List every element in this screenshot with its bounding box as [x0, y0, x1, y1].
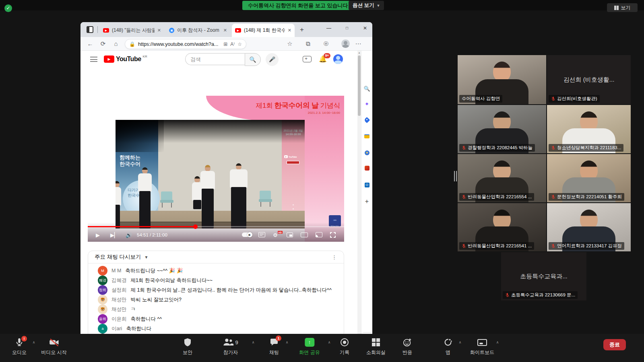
record-icon: [341, 338, 349, 346]
new-tab-button[interactable]: +: [300, 26, 304, 34]
browser-menu-icon[interactable]: ⋯: [354, 40, 362, 48]
voice-search-icon[interactable]: 🎤: [266, 53, 279, 66]
window-maximize-button[interactable]: □: [340, 22, 354, 34]
audio-button[interactable]: ! 오디오: [12, 337, 27, 356]
share-chevron-icon[interactable]: ∧: [328, 340, 331, 344]
scrollbar-thumb[interactable]: [358, 56, 361, 116]
browser-tab-2[interactable]: ▣ 이후 참석자 - Zoom ✕: [166, 24, 230, 37]
read-aloud-icon[interactable]: A⁾: [230, 41, 235, 47]
participant-tile[interactable]: 반려동물산업학과 22216554 ...: [458, 154, 546, 202]
favorite-star-icon[interactable]: ☆: [237, 41, 242, 47]
video-player[interactable]: 제1회 한국수어의 날 기념식 2021.2.3. 14:00~16:00 함께…: [88, 96, 344, 242]
muted-mic-icon: [551, 97, 555, 101]
sidebar-search-icon[interactable]: 🔍: [363, 85, 371, 93]
sidebar-add-icon[interactable]: +: [363, 198, 371, 205]
sidebar-shopping-icon[interactable]: [363, 116, 371, 123]
end-meeting-button[interactable]: 종료: [603, 339, 626, 350]
participants-chevron-icon[interactable]: ∧: [252, 340, 255, 344]
address-bar[interactable]: 🔒 https://www.youtube.com/watch?a... ⊞ A…: [125, 39, 246, 49]
search-button[interactable]: 🔍: [245, 53, 261, 66]
settings-gear-icon[interactable]: ⚙: [273, 232, 278, 238]
sidebar-office-icon[interactable]: [363, 165, 371, 172]
captions-icon[interactable]: [258, 232, 265, 237]
tab-close-icon[interactable]: ✕: [157, 28, 161, 33]
stage-scene: 함께하는한국수어 다가가는한국수어 2021년 2월 3일14:00-16:00…: [116, 120, 305, 228]
youtube-logo[interactable]: ▶ YouTube KR: [104, 56, 147, 63]
volume-icon[interactable]: 🔊: [126, 232, 132, 238]
browser-tab-strip: ▶ (148) "들리는 사람들 ✕ ▣ 이후 참석자 - Zoom ✕ ▶ (…: [80, 22, 372, 37]
sidebar-outlook-icon[interactable]: O: [363, 181, 371, 188]
chair: [259, 191, 272, 206]
chat-message-list[interactable]: MM M축하드립니당 ~~^^ 🎉 🎉 혜경김혜경제1회 한국수어의날 축하드립…: [88, 263, 344, 334]
split-screen-icon[interactable]: ⊞: [223, 41, 227, 47]
refresh-button[interactable]: ⟳: [99, 40, 107, 48]
share-screen-icon: ↑: [305, 338, 314, 347]
sidebar-games-icon[interactable]: ★: [363, 148, 371, 156]
window-close-button[interactable]: ✕: [358, 22, 372, 34]
whiteboard-chevron-icon[interactable]: ∧: [496, 340, 499, 344]
time-display: 54:51 / 2:11:00: [137, 232, 167, 237]
create-video-icon[interactable]: [303, 56, 312, 62]
browser-profile-avatar[interactable]: [341, 39, 350, 48]
participant-tile[interactable]: 청소년상담복지학과 2211183...: [547, 105, 631, 153]
participants-icon: [223, 338, 233, 346]
back-button[interactable]: ←: [86, 40, 94, 48]
breakout-rooms-button[interactable]: 소회의실: [366, 337, 386, 356]
apps-button[interactable]: 앱: [444, 337, 452, 356]
participant-name-label: 수어통역사 김향연: [459, 95, 502, 103]
start-video-button[interactable]: 비디오 시작: [41, 337, 66, 356]
extension-icon[interactable]: ⓔ: [322, 40, 330, 48]
chat-button[interactable]: 1 채팅: [269, 337, 279, 356]
tab-close-icon[interactable]: ✕: [223, 28, 227, 33]
next-button[interactable]: ▶▏: [110, 232, 118, 238]
fullscreen-icon[interactable]: [330, 232, 336, 238]
participant-tile[interactable]: 경찰행정학과 22082445 박하늘: [458, 105, 546, 153]
record-button[interactable]: 기록: [340, 337, 349, 356]
hamburger-menu-icon[interactable]: [90, 57, 97, 62]
avatar: 🐯: [98, 295, 107, 304]
sidebar-tools-icon[interactable]: [363, 132, 371, 140]
participant-tile-active-speaker[interactable]: 수어통역사 김향연: [458, 55, 546, 104]
chat-replay-header[interactable]: 주요 채팅 다시보기 ▼ ⋮: [88, 251, 344, 263]
theater-mode-icon[interactable]: [301, 232, 308, 237]
browser-tab-1[interactable]: ▶ (148) "들리는 사람들 ✕: [100, 24, 164, 37]
tab-close-icon[interactable]: ✕: [288, 28, 291, 33]
youtube-avatar[interactable]: [333, 54, 343, 64]
search-input[interactable]: [185, 53, 245, 65]
apps-chevron-icon[interactable]: ∧: [459, 340, 462, 344]
play-button[interactable]: ▶: [96, 232, 100, 238]
participant-tile[interactable]: 초등특수교육과... 초등특수교육과 22130669 문...: [501, 252, 586, 300]
view-button[interactable]: 보기: [607, 3, 638, 12]
favorites-bar-icon[interactable]: ☆: [286, 40, 294, 48]
collections-icon[interactable]: ⧉: [304, 40, 312, 48]
whiteboard-button[interactable]: 화이트보드: [470, 337, 494, 356]
window-minimize-button[interactable]: —: [322, 22, 336, 34]
reactions-button[interactable]: 반응: [402, 337, 412, 356]
participant-tile[interactable]: 언어치료학과 22133417 김유정: [547, 203, 631, 251]
page-scrollbar[interactable]: ▲: [357, 51, 361, 334]
chat-chevron-icon[interactable]: ∧: [286, 340, 289, 344]
view-options-button[interactable]: 옵션 보기▼: [349, 1, 384, 10]
autoplay-toggle[interactable]: [242, 232, 252, 237]
participant-tile[interactable]: 반려동물산업학과 22216541 ...: [458, 203, 546, 251]
cast-icon[interactable]: [316, 232, 322, 237]
security-button[interactable]: 보안: [183, 337, 192, 356]
share-screen-button[interactable]: ↑ 화면 공유: [299, 337, 320, 356]
muted-mic-icon: [551, 195, 555, 199]
chat-menu-icon[interactable]: ⋮: [332, 254, 337, 260]
sidebar-copilot-icon[interactable]: ✦: [363, 101, 371, 108]
browser-tab-active[interactable]: ▶ (148) 제 1회 한국수 ✕: [232, 24, 295, 37]
audio-chevron-icon[interactable]: ∧: [33, 340, 35, 344]
participants-button[interactable]: 9 참가자: [223, 337, 238, 356]
panel-drag-handle[interactable]: [454, 171, 458, 181]
muted-mic-icon: [551, 244, 555, 248]
tab-actions-button[interactable]: [87, 26, 93, 33]
muted-mic-icon: [462, 244, 466, 248]
home-button[interactable]: ⌂: [112, 40, 120, 48]
scroll-up-arrow[interactable]: ▲: [357, 51, 361, 55]
muted-mic-icon: [551, 146, 555, 150]
participant-tile[interactable]: 문헌정보학과 22214051 황주희: [547, 154, 631, 202]
participant-tile[interactable]: 김선희 (비호생활... 김선희(비호생활관): [547, 55, 631, 104]
participant-name-label: 청소년상담복지학과 2211183...: [549, 144, 623, 152]
miniplayer-icon[interactable]: [287, 232, 293, 237]
